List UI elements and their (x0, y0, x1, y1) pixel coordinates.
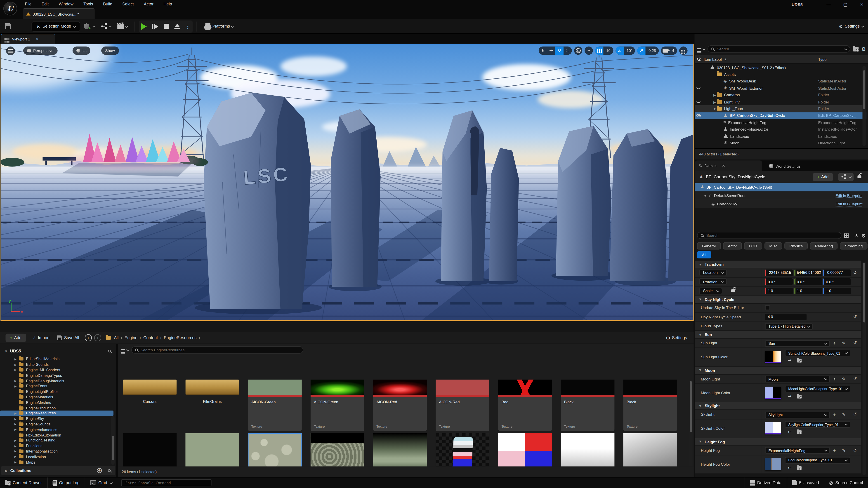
column-item-label[interactable]: Item Label (704, 57, 722, 61)
details-tab[interactable]: ✎ Details ✕ (695, 160, 762, 171)
select-tool[interactable]: ➤ (539, 46, 547, 55)
tree-folder-functionaltesting[interactable]: ▶FunctionalTesting (0, 437, 114, 443)
show-dropdown[interactable]: Show (101, 46, 119, 55)
axis-value-z[interactable]: 1.0 (823, 288, 851, 294)
breadcrumb-content[interactable]: Content (143, 335, 158, 340)
scale-snap-toggle[interactable]: ↗ (638, 46, 646, 55)
expand-arrow-icon[interactable]: ▶ (14, 385, 19, 388)
world-settings-tab[interactable]: World Settings (765, 162, 805, 170)
section-header-transform[interactable]: ▼Transform (694, 260, 861, 268)
camera-speed-button[interactable] (661, 46, 669, 55)
color-asset-dropdown[interactable]: SkylightColorBlueprint_Type_01 (785, 421, 850, 428)
save-icon[interactable] (5, 23, 11, 29)
tree-folder-editorshellmaterials[interactable]: ▶EditorShellMaterials (0, 356, 114, 362)
visibility-column-icon[interactable] (697, 57, 702, 61)
expand-arrow-icon[interactable]: ▶ (14, 379, 19, 383)
grid-snap-value[interactable]: 10 (603, 49, 614, 53)
pane-divider[interactable] (116, 344, 118, 477)
section-header-height-fog[interactable]: ▼Height Fog (694, 438, 861, 446)
pick-actor-icon[interactable]: ⌖ (833, 412, 836, 418)
details-settings-icon[interactable]: ⚙ (861, 233, 866, 238)
asset-tile[interactable]: BlackTexture (561, 380, 615, 431)
axis-value-y[interactable]: 1.0 (794, 288, 822, 294)
outliner-item-label[interactable]: 030123_LSC_Showcase_S01-2 (Editor) (717, 66, 786, 70)
pick-actor-icon[interactable]: ⌖ (833, 377, 836, 382)
asset-tile[interactable]: AICON-GreenTexture (248, 380, 302, 431)
search-icon[interactable] (108, 350, 111, 352)
reset-to-default-icon[interactable]: ↺ (853, 448, 857, 453)
cmd-dropdown[interactable]: >_ Cmd (85, 477, 116, 488)
use-selected-icon[interactable]: ↩ (788, 358, 792, 363)
color-curve-thumbnail[interactable] (765, 387, 781, 399)
viewport-3d[interactable]: LSC (0, 43, 693, 321)
axis-value-y[interactable]: 54456.914062 (794, 269, 822, 276)
play-options-button[interactable]: ⋮ (185, 24, 190, 29)
cb-search[interactable] (131, 346, 303, 354)
outliner-item-label[interactable]: Light_Toon (724, 107, 743, 111)
outliner-row[interactable]: Assets (694, 71, 866, 78)
blueprints-button[interactable] (101, 23, 111, 29)
menu-window[interactable]: Window (54, 0, 79, 9)
rotation-snap-value[interactable]: 10° (624, 49, 635, 53)
tree-folder-engine_mi_shaders[interactable]: ▶Engine_MI_Shaders (0, 367, 114, 372)
menu-file[interactable]: File (20, 0, 37, 9)
asset-tile[interactable]: FilmGrains (185, 380, 239, 395)
tree-folder-enginesky[interactable]: ▶EngineSky (0, 416, 114, 421)
cb-search-input[interactable] (141, 348, 300, 352)
browse-to-asset-icon[interactable] (797, 395, 802, 398)
outliner-row[interactable]: ≈ExponentialHeightFogExponentialHeightFo… (694, 119, 866, 126)
tree-folder-enginevolumetrics[interactable]: ▶EngineVolumetrics (0, 427, 114, 432)
collections-bar[interactable]: ▶ Collections + (1, 466, 115, 475)
lock-icon[interactable] (857, 175, 861, 178)
day-night-speed-input[interactable]: 4.0 (765, 314, 807, 320)
reset-to-default-icon[interactable]: ↺ (853, 412, 857, 417)
console-command-field[interactable] (121, 479, 211, 486)
tree-folder-internationalization[interactable]: ▶Internationalization (0, 449, 114, 454)
move-tool[interactable]: ✛ (547, 46, 555, 55)
close-icon[interactable]: ✕ (36, 37, 39, 41)
asset-tile[interactable]: AICON-RedTexture (373, 380, 427, 431)
grid-snap-toggle[interactable] (595, 46, 603, 55)
section-header-sun[interactable]: ▼Sun (694, 331, 861, 338)
expand-arrow-icon[interactable]: ▶ (14, 428, 19, 431)
tree-folder-enginefonts[interactable]: ▶EngineFonts (0, 383, 114, 389)
blueprint-actions-button[interactable] (838, 173, 854, 181)
reset-to-default-icon[interactable]: ↺ (853, 340, 857, 346)
expand-arrow-icon[interactable]: ▶ (14, 412, 19, 415)
console-command-input[interactable] (124, 480, 208, 485)
outliner-settings-icon[interactable]: ⚙ (861, 46, 866, 52)
eyedropper-icon[interactable]: ✎ (842, 412, 846, 417)
use-selected-icon[interactable]: ↩ (788, 465, 792, 470)
outliner-row[interactable]: ◈SM_Wood_ExteriorStaticMeshActor (694, 85, 866, 92)
expand-arrow-icon[interactable]: ▼ (712, 107, 717, 110)
browse-to-asset-icon[interactable] (797, 430, 802, 434)
outliner-item-label[interactable]: ExponentialHeightFog (728, 121, 766, 125)
section-header-day-night-cycle[interactable]: ▼Day Night Cycle (694, 296, 861, 303)
component-row[interactable]: ◈CartoonSkyEdit in Blueprint (694, 200, 868, 208)
details-search-input[interactable] (706, 233, 837, 237)
cb-save-all-button[interactable]: Save All (56, 335, 79, 341)
filter-chip-misc[interactable]: Misc (764, 242, 782, 250)
cb-tree-root[interactable]: ▼ UDS5 (0, 347, 116, 355)
forward-icon[interactable]: › (94, 334, 101, 341)
platforms-dropdown[interactable]: Platforms (204, 23, 233, 30)
expand-arrow-icon[interactable]: ▶ (14, 455, 19, 458)
cb-settings-button[interactable]: ⚙ Settings (666, 335, 687, 340)
edit-in-blueprint-link[interactable]: Edit in Blueprint (835, 194, 862, 197)
outliner-item-label[interactable]: BP_CartoonSky_DayNightCycle (730, 113, 785, 118)
color-curve-thumbnail[interactable] (765, 458, 781, 470)
scale-snap-value[interactable]: 0.25 (646, 49, 659, 53)
unsaved-button[interactable]: 5 Unsaved (787, 477, 824, 488)
menu-build[interactable]: Build (98, 0, 117, 9)
outliner-row[interactable]: ♟InstancedFoliageActorInstancedFoliageAc… (694, 126, 866, 133)
outliner-row[interactable]: ▶CamerasFolder (694, 92, 866, 98)
breadcrumb-all[interactable]: All (114, 335, 119, 340)
details-scrollbar[interactable] (863, 262, 866, 475)
outliner-item-label[interactable]: Landscape (730, 134, 749, 138)
favorites-star-icon[interactable]: ★ (855, 233, 859, 238)
outliner-item-label[interactable]: Cameras (724, 93, 740, 97)
settings-button[interactable]: ⚙ Settings (839, 19, 864, 34)
color-asset-dropdown[interactable]: MoonLightColorBlueprint_Type_01 (785, 385, 850, 392)
output-log-button[interactable]: Output Log (47, 477, 84, 488)
minimize-button[interactable]: — (825, 2, 833, 7)
